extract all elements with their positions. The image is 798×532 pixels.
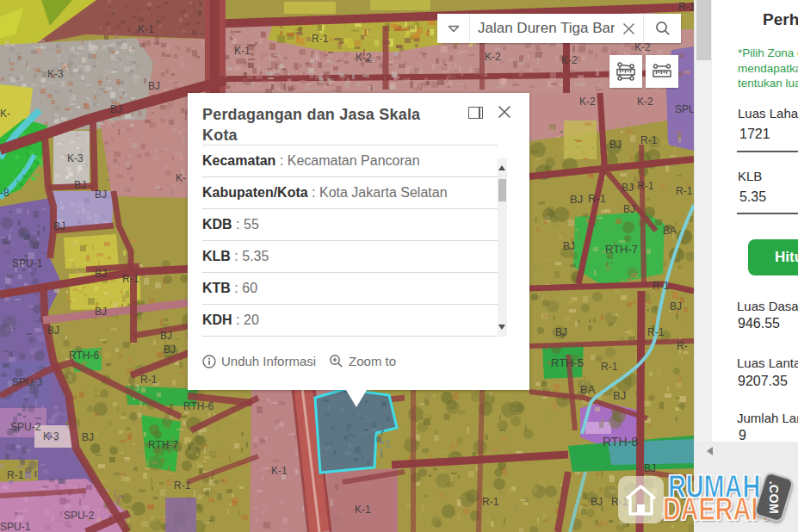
svg-text:BJ: BJ [95,189,107,201]
svg-text:R-1: R-1 [312,33,329,45]
svg-text:BJ: BJ [82,431,94,443]
svg-text:K-2: K-2 [637,96,653,108]
svg-text:BJ: BJ [623,203,635,215]
svg-text:RTH-7: RTH-7 [605,243,638,256]
svg-text:R-1: R-1 [122,273,139,285]
svg-text:K-2: K-2 [634,41,651,53]
svg-text:R-1: R-1 [174,479,191,492]
svg-text:-8: -8 [0,187,9,199]
svg-text:BJ: BJ [622,182,634,194]
svg-text:K-3: K-3 [43,430,59,442]
svg-text:K-: K- [176,172,186,184]
svg-text:BA: BA [663,225,677,237]
svg-text:K-1: K-1 [234,45,251,57]
svg-text:RTH-6: RTH-6 [183,400,213,412]
svg-text:R-1: R-1 [637,180,654,192]
svg-text:R-1: R-1 [640,134,658,146]
svg-text:BJ: BJ [570,193,583,206]
svg-text:BJ: BJ [609,139,622,151]
svg-text:K-2: K-2 [485,51,501,63]
svg-text:RTH-8: RTH-8 [603,435,638,448]
svg-text:R-1: R-1 [482,496,499,508]
svg-text:SPU-2: SPU-2 [10,421,41,433]
svg-text:K-3: K-3 [47,68,64,80]
svg-text:BJ: BJ [53,220,65,232]
svg-text:BJ: BJ [74,179,86,191]
svg-text:R-1: R-1 [588,192,606,205]
svg-text:K-2: K-2 [356,52,372,64]
svg-text:SPU-3: SPU-3 [12,376,43,388]
svg-text:BJ: BJ [563,240,575,252]
svg-text:BJ: BJ [47,325,59,337]
svg-text:R-1: R-1 [140,374,158,386]
svg-text:BJ: BJ [148,80,160,92]
svg-text:K-2: K-2 [579,96,596,108]
svg-text:SPU-1: SPU-1 [12,257,43,269]
svg-text:K-: K- [0,108,10,120]
svg-text:RTH-7: RTH-7 [148,439,178,451]
svg-text:BJ: BJ [591,496,603,508]
svg-text:SPU: SPU [675,103,694,115]
svg-text:R-: R- [677,340,688,352]
svg-text:K-1: K-1 [271,465,288,477]
svg-text:K-2: K-2 [561,54,578,66]
svg-text:BJ: BJ [95,268,107,280]
svg-text:R-1: R-1 [678,1,694,13]
svg-text:R-1: R-1 [676,185,693,197]
svg-text:R-1: R-1 [647,326,665,338]
svg-text:R-1: R-1 [653,280,670,292]
svg-text:BJ: BJ [95,306,107,318]
svg-text:BJ: BJ [110,103,122,115]
svg-text:BJ: BJ [670,300,682,312]
svg-text:SPU-2: SPU-2 [64,510,95,522]
svg-text:RTH-5: RTH-5 [551,356,584,369]
svg-text:RTH-6: RTH-6 [69,350,99,362]
svg-text:BJ: BJ [613,389,626,402]
svg-text:BJ: BJ [164,343,176,356]
svg-text:K-3: K-3 [67,152,84,164]
svg-text:SPU-1: SPU-1 [0,521,31,532]
svg-text:BJ: BJ [160,330,172,342]
svg-text:R-1: R-1 [601,361,618,373]
svg-text:K-1: K-1 [355,504,371,516]
svg-text:BA: BA [580,383,596,396]
svg-text:BJ: BJ [555,326,567,338]
svg-text:R-1: R-1 [7,469,24,481]
svg-text:K-1: K-1 [138,23,154,35]
